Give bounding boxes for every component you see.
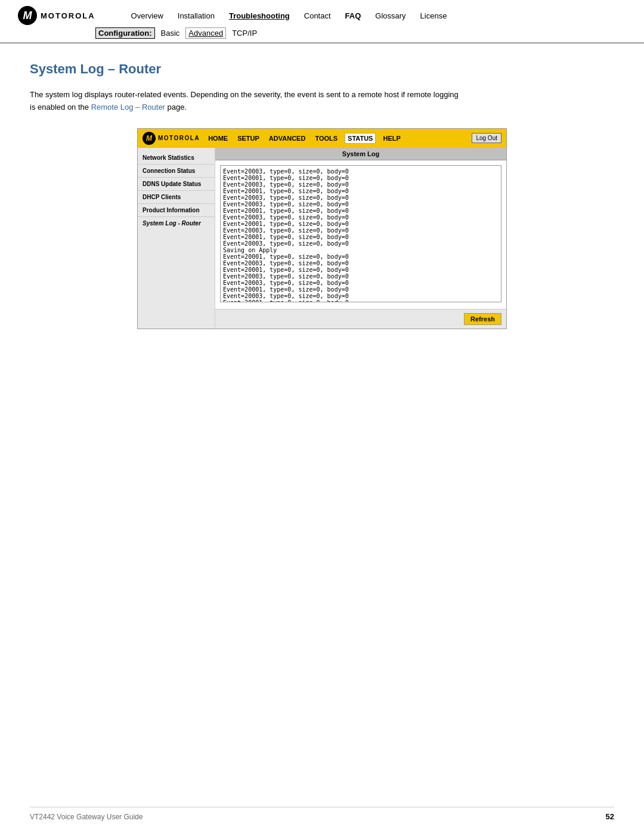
nav-link-overview[interactable]: Overview	[131, 11, 163, 20]
config-advanced-link[interactable]: Advanced	[185, 27, 226, 39]
nav-link-glossary[interactable]: Glossary	[375, 11, 405, 20]
config-basic-link[interactable]: Basic	[161, 29, 180, 38]
router-main: System Log Refresh	[215, 148, 506, 329]
router-nav-setup[interactable]: SETUP	[235, 134, 262, 143]
system-log-textarea[interactable]	[220, 165, 501, 302]
router-nav-tools[interactable]: TOOLS	[312, 134, 340, 143]
motorola-m-icon: M	[18, 6, 37, 25]
top-nav-links: Overview Installation Troubleshooting Co…	[131, 11, 447, 20]
nav-link-license[interactable]: License	[420, 11, 447, 20]
config-tcpip-link[interactable]: TCP/IP	[232, 29, 257, 38]
nav-link-contact[interactable]: Contact	[304, 11, 331, 20]
footer-page-number: 52	[606, 812, 614, 821]
top-nav-row1: M MOTOROLA Overview Installation Trouble…	[18, 6, 626, 25]
router-sidebar: Network Statistics Connection Status DDN…	[138, 148, 215, 329]
motorola-brand-name: MOTOROLA	[41, 11, 95, 20]
sidebar-dhcp-clients[interactable]: DHCP Clients	[138, 191, 215, 204]
router-logo: M MOTOROLA	[143, 132, 200, 145]
router-nav-items: HOME SETUP ADVANCED TOOLS STATUS HELP	[206, 133, 466, 144]
top-nav: M MOTOROLA Overview Installation Trouble…	[0, 0, 644, 44]
page-footer: VT2442 Voice Gateway User Guide 52	[30, 807, 614, 821]
sidebar-network-statistics[interactable]: Network Statistics	[138, 151, 215, 165]
router-m-icon: M	[143, 132, 156, 145]
config-label: Configuration:	[95, 27, 155, 39]
page-description: The system log displays router-related e…	[30, 89, 459, 114]
router-nav-help[interactable]: HELP	[380, 134, 402, 143]
nav-link-installation[interactable]: Installation	[178, 11, 215, 20]
router-main-header: System Log	[215, 148, 506, 160]
sidebar-ddns-update-status[interactable]: DDNS Update Status	[138, 178, 215, 191]
router-body: Network Statistics Connection Status DDN…	[138, 148, 506, 329]
sidebar-system-log-router[interactable]: System Log - Router	[138, 217, 215, 230]
router-main-footer: Refresh	[215, 309, 506, 329]
sidebar-connection-status[interactable]: Connection Status	[138, 165, 215, 178]
remote-log-link[interactable]: Remote Log – Router	[91, 103, 165, 112]
top-nav-row2: Configuration: Basic Advanced TCP/IP	[18, 27, 626, 39]
router-nav-advanced[interactable]: ADVANCED	[267, 134, 308, 143]
footer-text: VT2442 Voice Gateway User Guide	[30, 813, 143, 821]
sidebar-product-information[interactable]: Product Information	[138, 204, 215, 217]
nav-link-troubleshooting[interactable]: Troubleshooting	[229, 11, 290, 20]
router-main-body	[215, 160, 506, 309]
refresh-button[interactable]: Refresh	[464, 313, 501, 325]
motorola-logo: M MOTOROLA	[18, 6, 95, 25]
page-title: System Log – Router	[30, 61, 614, 77]
router-topbar: M MOTOROLA HOME SETUP ADVANCED TOOLS STA…	[138, 129, 506, 148]
description-text-2: page.	[165, 103, 187, 112]
router-brand-name: MOTOROLA	[158, 135, 200, 141]
router-ui: M MOTOROLA HOME SETUP ADVANCED TOOLS STA…	[137, 128, 507, 329]
page-content: System Log – Router The system log displ…	[0, 44, 644, 353]
nav-link-faq[interactable]: FAQ	[345, 11, 361, 20]
router-nav-status[interactable]: STATUS	[345, 133, 376, 144]
router-nav-home[interactable]: HOME	[206, 134, 230, 143]
router-logout-button[interactable]: Log Out	[472, 133, 501, 143]
